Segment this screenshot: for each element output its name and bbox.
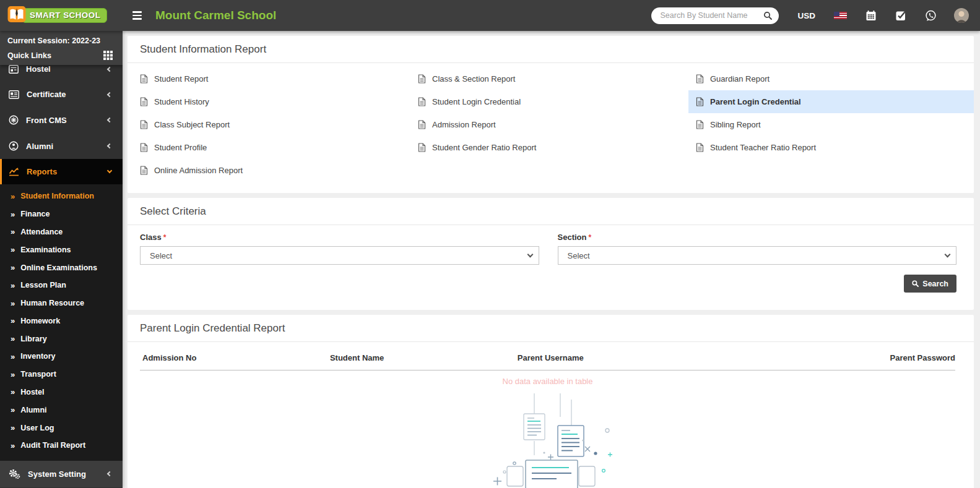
document-icon — [418, 143, 426, 152]
credentials-table: Admission No Student Name Parent Usernam… — [140, 345, 955, 370]
link-label: Student Gender Ratio Report — [432, 143, 536, 152]
sidebar-item-system-setting[interactable]: System Setting — [0, 461, 123, 487]
link-class-subject-report[interactable]: Class Subject Report — [140, 113, 418, 136]
double-chevron-icon: » — [11, 192, 15, 200]
app-logo[interactable]: SMART SCHOOL — [0, 0, 123, 31]
link-student-report[interactable]: Student Report — [140, 67, 418, 90]
column-header-parent-username[interactable]: Parent Username — [515, 345, 735, 370]
link-label: Guardian Report — [710, 74, 770, 83]
reports-chart-icon — [9, 167, 19, 176]
double-chevron-icon: » — [11, 424, 15, 432]
class-field: Class* Select — [140, 233, 539, 265]
document-icon — [418, 120, 426, 129]
link-student-history[interactable]: Student History — [140, 90, 418, 113]
document-icon — [418, 74, 426, 83]
student-search — [651, 7, 779, 24]
sidebar-item-human-resource[interactable]: » Human Resource — [0, 294, 123, 312]
quick-links[interactable]: Quick Links — [7, 51, 115, 60]
sidebar-item-online-examinations[interactable]: » Online Examinations — [0, 259, 123, 276]
column-header-student-name[interactable]: Student Name — [327, 345, 515, 370]
book-logo-icon — [7, 6, 26, 25]
link-label: Student Profile — [154, 143, 207, 152]
document-icon — [140, 120, 148, 129]
session-block: Current Session: 2022-23 Quick Links — [0, 31, 123, 65]
sidebar-item-transport[interactable]: » Transport — [0, 366, 123, 383]
link-student-gender-ratio-report[interactable]: Student Gender Ratio Report — [418, 136, 696, 159]
link-class-section-report[interactable]: Class & Section Report — [418, 67, 696, 90]
user-avatar[interactable] — [954, 8, 969, 23]
currency-label[interactable]: USD — [797, 11, 815, 20]
sidebar-item-alumni[interactable]: » Alumni — [0, 401, 123, 419]
double-chevron-icon: » — [11, 442, 15, 450]
document-icon — [696, 74, 704, 83]
class-select[interactable]: Select — [140, 246, 539, 265]
link-student-login-credential[interactable]: Student Login Credential — [418, 90, 696, 113]
column-header-admission-no[interactable]: Admission No — [140, 345, 327, 370]
document-icon — [140, 166, 148, 175]
reports-submenu: » Student Information » Finance » Attend… — [0, 184, 123, 461]
double-chevron-icon: » — [11, 210, 15, 218]
sidebar-item-front-cms[interactable]: Front CMS — [0, 107, 123, 133]
double-chevron-icon: » — [11, 388, 15, 396]
empty-state-illustration — [128, 393, 974, 488]
sidebar-item-reports[interactable]: Reports — [0, 159, 123, 184]
alumni-icon — [9, 141, 19, 151]
link-guardian-report[interactable]: Guardian Report — [696, 67, 974, 90]
sidebar-item-library[interactable]: » Library — [0, 330, 123, 348]
sidebar-item-user-log[interactable]: » User Log — [0, 419, 123, 437]
document-icon — [418, 97, 426, 106]
sidebar-item-hostel[interactable]: » Hostel — [0, 383, 123, 401]
sidebar-item-certificate[interactable]: Certificate — [0, 82, 123, 107]
gear-icon — [9, 469, 20, 479]
task-check-icon[interactable] — [895, 10, 906, 21]
link-parent-login-credential[interactable]: Parent Login Credential — [688, 90, 974, 113]
section-label: Section — [558, 233, 587, 242]
search-icon — [912, 280, 919, 287]
submenu-label: Inventory — [20, 352, 55, 361]
chevron-down-icon — [107, 168, 112, 173]
sidebar-item-inventory[interactable]: » Inventory — [0, 348, 123, 366]
menu-label: Alumni — [26, 142, 100, 151]
required-marker: * — [163, 233, 167, 242]
sidebar-item-audit-trail-report[interactable]: » Audit Trail Report — [0, 437, 123, 455]
sidebar: Current Session: 2022-23 Quick Links Hos… — [0, 31, 123, 488]
grid-icon[interactable] — [103, 51, 113, 60]
calendar-icon[interactable] — [865, 10, 877, 21]
criteria-title: Select Criteria — [128, 198, 974, 225]
double-chevron-icon: » — [11, 228, 15, 236]
double-chevron-icon: » — [11, 317, 15, 325]
sidebar-item-examinations[interactable]: » Examinations — [0, 241, 123, 259]
hamburger-menu-icon[interactable] — [132, 11, 142, 20]
link-online-admission-report[interactable]: Online Admission Report — [140, 159, 418, 182]
link-label: Sibling Report — [710, 120, 761, 129]
double-chevron-icon: » — [11, 353, 15, 361]
student-search-input[interactable] — [651, 7, 779, 24]
page-title: Student Information Report — [128, 36, 974, 63]
sidebar-item-lesson-plan[interactable]: » Lesson Plan — [0, 276, 123, 294]
link-student-teacher-ratio-report[interactable]: Student Teacher Ratio Report — [696, 136, 974, 159]
quick-links-label: Quick Links — [7, 51, 51, 60]
current-session-label: Current Session: 2022-23 — [7, 36, 115, 45]
search-icon[interactable] — [763, 11, 773, 23]
search-button[interactable]: Search — [904, 275, 956, 293]
link-student-profile[interactable]: Student Profile — [140, 136, 418, 159]
sidebar-item-finance[interactable]: » Finance — [0, 205, 123, 223]
link-admission-report[interactable]: Admission Report — [418, 113, 696, 136]
sidebar-item-attendance[interactable]: » Attendance — [0, 223, 123, 241]
table-header-row: Admission No Student Name Parent Usernam… — [140, 345, 955, 370]
sidebar-item-alumni-module[interactable]: Alumni — [0, 133, 123, 159]
chevron-left-icon — [107, 118, 112, 122]
main-content: Student Information Report Student Repor… — [123, 31, 980, 488]
whatsapp-icon[interactable] — [925, 10, 937, 22]
link-label: Student Report — [154, 74, 208, 83]
sidebar-item-student-information[interactable]: » Student Information — [0, 187, 123, 205]
language-flag-icon[interactable] — [834, 12, 847, 19]
submenu-label: User Log — [20, 424, 54, 432]
section-select[interactable]: Select — [558, 246, 957, 265]
column-header-parent-password[interactable]: Parent Password — [735, 345, 955, 370]
section-field: Section* Select — [558, 233, 957, 265]
sidebar-item-homework[interactable]: » Homework — [0, 312, 123, 330]
link-label: Class & Section Report — [432, 74, 515, 83]
chevron-left-icon — [107, 143, 112, 148]
link-sibling-report[interactable]: Sibling Report — [696, 113, 974, 136]
